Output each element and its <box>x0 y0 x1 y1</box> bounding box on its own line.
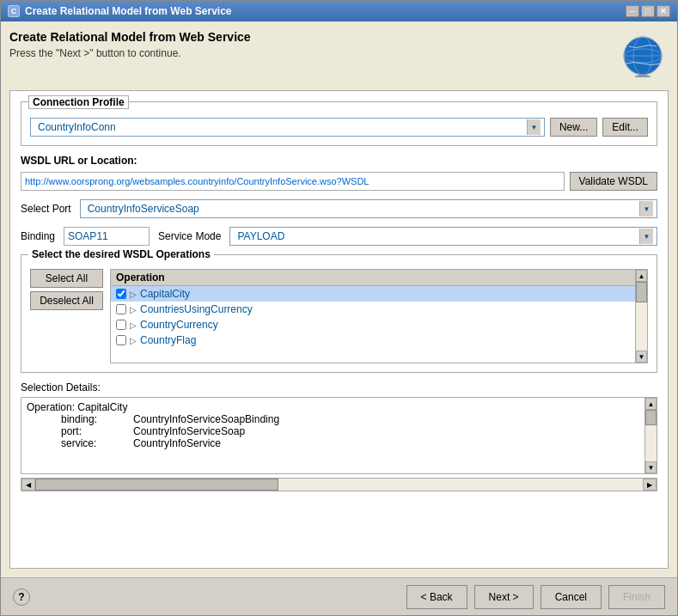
maximize-button[interactable]: □ <box>641 5 655 17</box>
minimize-button[interactable]: ─ <box>626 5 639 17</box>
details-port-key: port: <box>61 425 130 437</box>
op-checkbox-capitalcity[interactable] <box>116 289 126 299</box>
wsdl-url-text: http://www.oorsprong.org/websamples.coun… <box>25 176 369 186</box>
connection-profile-combo[interactable]: CountryInfoConn ▼ <box>30 118 545 137</box>
select-port-combo[interactable]: CountryInfoServiceSoap ▼ <box>80 199 657 218</box>
list-item[interactable]: ▷ CapitalCity <box>111 286 635 302</box>
svg-rect-6 <box>635 76 651 77</box>
op-checkbox-countriesusingcurrency[interactable] <box>116 304 126 314</box>
title-bar: C Create Relational Model from Web Servi… <box>1 1 677 21</box>
details-inner: Operation: CapitalCity binding: CountryI… <box>21 398 644 473</box>
details-scroll-thumb[interactable] <box>645 410 657 425</box>
new-connection-button[interactable]: New... <box>550 118 597 137</box>
op-icon: ▷ <box>130 320 137 330</box>
connection-profile-legend: Connection Profile <box>28 95 129 109</box>
ops-scroll-track <box>636 282 647 351</box>
connection-profile-arrow[interactable]: ▼ <box>527 119 541 135</box>
ops-scroll-thumb[interactable] <box>636 282 647 302</box>
details-service-key: service: <box>61 437 130 449</box>
op-checkbox-countrycurrency[interactable] <box>116 320 126 330</box>
header-icon <box>617 30 669 82</box>
op-checkbox-countryflag[interactable] <box>116 335 126 345</box>
select-all-button[interactable]: Select All <box>30 269 103 288</box>
details-port-val: CountryInfoServiceSoap <box>133 425 245 437</box>
content-area: Create Relational Model from Web Service… <box>1 21 677 577</box>
details-scroll-down[interactable]: ▼ <box>645 461 657 473</box>
list-item[interactable]: ▷ CountryFlag <box>111 332 635 348</box>
footer-left: ? <box>13 589 30 606</box>
binding-label: Binding <box>21 230 55 242</box>
operations-section: Select the desired WSDL Operations Selec… <box>21 254 657 373</box>
footer-right: < Back Next > Cancel Finish <box>406 585 665 609</box>
connection-row: CountryInfoConn ▼ New... Edit... <box>30 118 648 137</box>
ops-scroll-down[interactable]: ▼ <box>636 351 647 363</box>
details-hscrollbar[interactable]: ◀ ▶ <box>21 478 657 491</box>
next-button[interactable]: Next > <box>474 585 534 609</box>
header-text: Create Relational Model from Web Service… <box>9 30 251 59</box>
globe-icon <box>620 34 665 78</box>
op-icon: ▷ <box>130 305 137 314</box>
ops-list-inner: Operation ▷ CapitalCity ▷ CountriesUsing… <box>111 270 635 363</box>
title-bar-left: C Create Relational Model from Web Servi… <box>8 5 232 17</box>
selection-details-section: Selection Details: Operation: CapitalCit… <box>21 381 657 491</box>
service-mode-arrow[interactable]: ▼ <box>639 229 653 244</box>
wsdl-label: WSDL URL or Location: <box>21 155 657 167</box>
window-title: Create Relational Model from Web Service <box>25 5 232 17</box>
hscroll-right[interactable]: ▶ <box>643 479 657 491</box>
hscroll-track <box>35 479 643 491</box>
help-button[interactable]: ? <box>13 589 30 606</box>
details-binding-row: binding: CountryInfoServiceSoapBinding <box>27 413 639 425</box>
details-service-row: service: CountryInfoService <box>27 437 639 449</box>
wsdl-url-field[interactable]: http://www.oorsprong.org/websamples.coun… <box>21 172 565 191</box>
select-port-arrow[interactable]: ▼ <box>639 201 653 217</box>
op-name-countryflag: CountryFlag <box>140 334 196 346</box>
details-scroll-up[interactable]: ▲ <box>645 398 657 410</box>
details-binding-key: binding: <box>61 413 130 425</box>
back-button[interactable]: < Back <box>406 585 467 609</box>
cancel-button[interactable]: Cancel <box>541 585 602 609</box>
details-port-row: port: CountryInfoServiceSoap <box>27 425 639 437</box>
select-port-value: CountryInfoServiceSoap <box>84 203 639 215</box>
edit-connection-button[interactable]: Edit... <box>602 118 648 137</box>
selection-details-label: Selection Details: <box>21 381 657 393</box>
ops-scroll-up[interactable]: ▲ <box>636 270 647 282</box>
details-scroll-track <box>645 410 657 461</box>
binding-row: Binding Service Mode PAYLOAD ▼ <box>21 227 657 246</box>
details-binding-val: CountryInfoServiceSoapBinding <box>133 413 279 425</box>
op-icon: ▷ <box>130 336 137 345</box>
connection-profile-value: CountryInfoConn <box>34 121 527 133</box>
main-panel: Connection Profile CountryInfoConn ▼ New… <box>9 90 669 569</box>
wsdl-row: http://www.oorsprong.org/websamples.coun… <box>21 172 657 191</box>
validate-wsdl-button[interactable]: Validate WSDL <box>570 172 657 191</box>
details-wrapper: Operation: CapitalCity binding: CountryI… <box>21 397 657 474</box>
list-item[interactable]: ▷ CountryCurrency <box>111 317 635 332</box>
connection-profile-section: Connection Profile CountryInfoConn ▼ New… <box>21 101 657 146</box>
ops-scrollbar-v[interactable]: ▲ ▼ <box>635 270 647 363</box>
details-operation-row: Operation: CapitalCity <box>27 401 639 413</box>
details-scrollbar-v[interactable]: ▲ ▼ <box>644 398 657 473</box>
list-item[interactable]: ▷ CountriesUsingCurrency <box>111 302 635 317</box>
select-port-row: Select Port CountryInfoServiceSoap ▼ <box>21 199 657 218</box>
hscroll-left[interactable]: ◀ <box>21 479 35 491</box>
header-section: Create Relational Model from Web Service… <box>9 30 669 82</box>
service-mode-combo[interactable]: PAYLOAD ▼ <box>229 227 657 246</box>
close-button[interactable]: ✕ <box>657 5 670 17</box>
service-mode-label: Service Mode <box>158 230 221 242</box>
app-icon: C <box>8 5 20 17</box>
select-port-label: Select Port <box>21 203 71 215</box>
page-title: Create Relational Model from Web Service <box>9 30 251 44</box>
main-window: C Create Relational Model from Web Servi… <box>0 0 678 616</box>
title-bar-buttons[interactable]: ─ □ ✕ <box>626 5 670 17</box>
binding-input[interactable] <box>64 227 150 246</box>
wsdl-section: WSDL URL or Location: http://www.oorspro… <box>21 155 657 191</box>
op-name-capitalcity: CapitalCity <box>140 288 190 300</box>
op-name-countrycurrency: CountryCurrency <box>140 319 218 331</box>
op-name-countriesusingcurrency: CountriesUsingCurrency <box>140 303 253 315</box>
deselect-all-button[interactable]: Deselect All <box>30 291 103 310</box>
operations-body: Select All Deselect All Operation ▷ Capi… <box>30 269 648 363</box>
finish-button[interactable]: Finish <box>608 585 665 609</box>
page-subtitle: Press the "Next >" button to continue. <box>9 47 251 59</box>
op-icon: ▷ <box>130 290 137 299</box>
details-service-val: CountryInfoService <box>133 437 221 449</box>
hscroll-thumb[interactable] <box>35 479 278 491</box>
